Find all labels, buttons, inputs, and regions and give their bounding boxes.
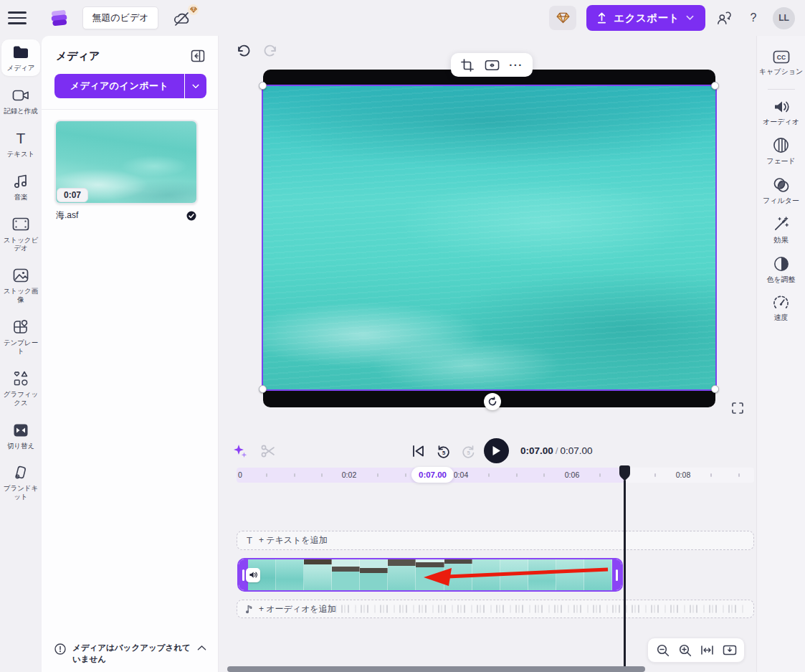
svg-text:CC: CC (776, 54, 785, 61)
forward-5s-icon[interactable]: 5 (459, 442, 477, 460)
tab-speed[interactable]: 速度 (759, 295, 804, 323)
chevron-down-icon (686, 15, 694, 21)
sidebar-item-media[interactable]: メディア (1, 39, 40, 76)
resize-handle-bottom-left[interactable] (259, 385, 267, 393)
resize-handle-top-right[interactable] (711, 82, 719, 90)
play-button[interactable] (484, 438, 509, 463)
top-bar: 無題のビデオ エクスポート ? (0, 0, 805, 36)
crop-icon[interactable] (457, 55, 477, 75)
ruler-tick-6s: 0:06 (565, 470, 579, 479)
audio-icon (773, 100, 790, 114)
trim-handle-right[interactable] (612, 559, 621, 590)
upgrade-gem-button[interactable] (549, 6, 576, 30)
text-track-icon: T (247, 535, 252, 546)
ai-suggestions-icon[interactable] (231, 442, 249, 460)
chevron-up-icon[interactable] (197, 645, 206, 651)
speed-icon (773, 295, 789, 310)
sidebar-item-text[interactable]: T テキスト (1, 126, 40, 162)
info-icon (54, 643, 66, 655)
duration-badge: 0:07 (57, 188, 88, 202)
add-text-track[interactable]: T + テキストを追加 (237, 531, 754, 550)
fit-to-width-icon[interactable] (697, 640, 717, 660)
sidebar-item-music[interactable]: 音楽 (1, 169, 40, 205)
in-use-check-icon (186, 211, 196, 221)
media-filename: 海.asf (56, 209, 78, 222)
backup-notice-text: メディアはバックアップされていません (72, 642, 191, 665)
sidebar-item-brand-kit[interactable]: ブランドキット (1, 460, 40, 505)
effects-icon (773, 216, 789, 232)
cloud-backup-off-icon[interactable] (173, 7, 194, 29)
rewind-5s-icon[interactable]: 5 (434, 442, 452, 460)
zoom-in-icon[interactable] (675, 640, 695, 660)
graphics-icon (13, 370, 29, 387)
tab-audio[interactable]: オーディオ (759, 100, 804, 127)
fill-fit-icon[interactable] (482, 55, 502, 75)
fullscreen-icon[interactable] (731, 402, 744, 415)
brand-kit-icon (13, 464, 29, 481)
playhead-handle[interactable] (618, 465, 632, 482)
clipchamp-logo[interactable] (49, 7, 70, 29)
clip-context-toolbar: ··· (451, 53, 533, 77)
timeline-zoom-controls (647, 638, 745, 663)
help-icon[interactable]: ? (744, 9, 763, 27)
tab-color-adjust[interactable]: 色を調整 (759, 256, 804, 285)
timeline-ruler[interactable]: 0 0:02 0:04 0:06 0:08 (237, 468, 754, 483)
zoom-to-fit-icon[interactable] (720, 640, 739, 660)
sidebar-item-stock-video[interactable]: ストックビデオ (1, 212, 40, 257)
avatar[interactable]: LL (773, 7, 795, 29)
upload-icon (596, 12, 607, 24)
music-note-icon (245, 605, 253, 614)
zoom-out-icon[interactable] (653, 640, 672, 660)
ruler-tick-2s: 0:02 (342, 470, 356, 479)
transport-controls: 5 5 0:07.00/0:07.00 (409, 438, 593, 463)
svg-text:5: 5 (467, 450, 470, 456)
add-audio-track[interactable]: + オーディオを追加 (237, 600, 754, 618)
export-button[interactable]: エクスポート (586, 5, 705, 31)
resize-handle-top-left[interactable] (259, 82, 267, 90)
export-label: エクスポート (614, 11, 680, 25)
menu-icon[interactable] (8, 9, 27, 27)
import-media-button[interactable]: メディアのインポート (54, 74, 184, 98)
tab-effects[interactable]: 効果 (759, 216, 804, 245)
import-options-chevron[interactable] (185, 74, 206, 98)
ruler-tick-0: 0 (238, 470, 242, 479)
video-preview[interactable] (263, 86, 715, 389)
skip-to-start-icon[interactable] (409, 442, 427, 460)
media-thumbnail[interactable]: 0:07 (54, 120, 198, 204)
tab-fade[interactable]: フェード (759, 137, 804, 166)
panel-title: メディア (56, 49, 100, 63)
clip-filmstrip (248, 559, 612, 590)
sidebar-item-transitions[interactable]: 切り替え (1, 417, 40, 454)
sidebar-item-templates[interactable]: テンプレート (1, 314, 40, 359)
sidebar-item-graphics[interactable]: グラフィックス (1, 366, 40, 411)
filter-icon (773, 177, 790, 193)
premium-gem-badge (188, 4, 199, 15)
clip-volume-icon[interactable] (246, 568, 260, 582)
text-icon: T (16, 130, 26, 147)
stock-image-icon (13, 267, 29, 284)
backup-status-notice: メディアはバックアップされていません (54, 642, 211, 665)
top-bar-actions: エクスポート ? LL (549, 0, 805, 36)
more-options-icon[interactable]: ··· (506, 55, 526, 75)
collapse-panel-icon[interactable] (189, 47, 206, 65)
rotate-handle[interactable] (484, 393, 501, 410)
media-asset-card[interactable]: 0:07 海.asf (54, 120, 198, 222)
tab-filters[interactable]: フィルター (759, 177, 804, 206)
tab-captions[interactable]: CC キャプション (759, 50, 804, 77)
playhead-line (624, 480, 626, 668)
timeline-horizontal-scrollbar[interactable] (227, 666, 645, 672)
fade-icon (773, 137, 789, 153)
split-scissors-icon[interactable] (259, 442, 277, 460)
project-title-input[interactable]: 無題のビデオ (82, 6, 158, 29)
current-time: 0:07.00 (520, 445, 553, 456)
camera-icon (12, 87, 29, 104)
redo-icon[interactable] (263, 43, 279, 59)
sidebar-item-stock-image[interactable]: ストック画像 (1, 262, 40, 308)
resize-handle-bottom-right[interactable] (711, 385, 719, 393)
stock-video-icon (12, 216, 29, 233)
timeline-video-clip[interactable] (237, 558, 623, 592)
people-chat-icon[interactable] (715, 9, 734, 27)
undo-icon[interactable] (235, 43, 251, 59)
sidebar-item-record-create[interactable]: 記録と作成 (1, 82, 40, 119)
captions-icon: CC (773, 50, 790, 64)
